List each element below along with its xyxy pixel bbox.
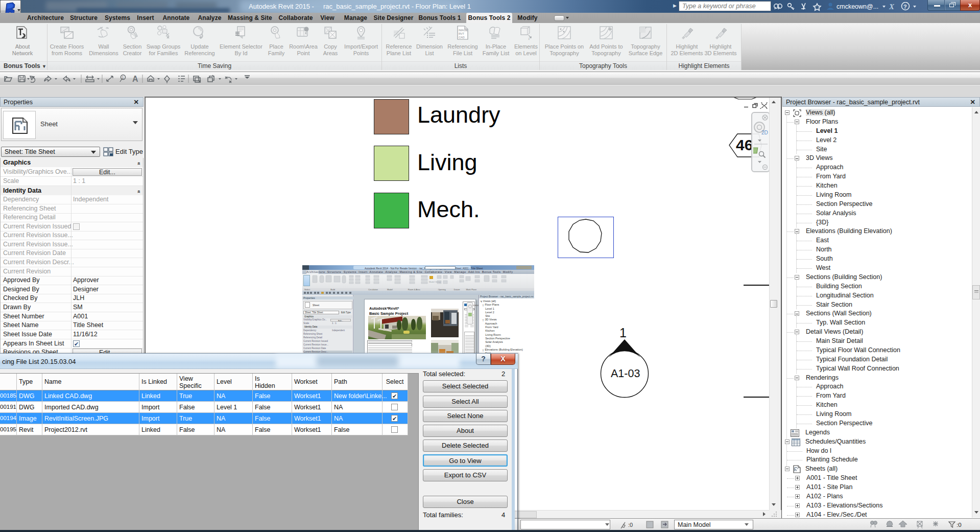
svg-text:2D: 2D xyxy=(761,130,768,135)
svg-text::0: :0 xyxy=(957,522,962,528)
svg-text:Model Group: Model Group xyxy=(429,281,441,283)
svg-text::0: :0 xyxy=(628,522,633,528)
